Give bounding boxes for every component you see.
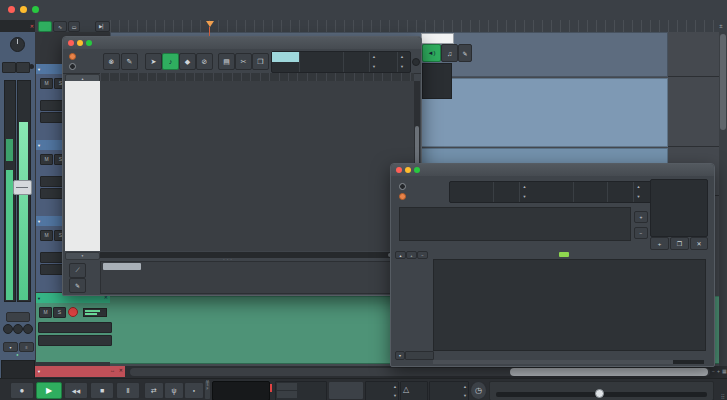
window-zoom-button[interactable] bbox=[414, 167, 420, 173]
window-close-button[interactable] bbox=[68, 40, 74, 46]
copy-button[interactable]: ❐ bbox=[252, 53, 269, 70]
main-vscrollbar[interactable] bbox=[719, 32, 727, 366]
clear-button[interactable]: ⊗ bbox=[103, 53, 120, 70]
note-length-value[interactable] bbox=[300, 62, 344, 72]
grid-view-icon[interactable]: ▦ bbox=[722, 368, 727, 374]
solo-button[interactable] bbox=[16, 62, 30, 73]
paste-button[interactable]: ▤ bbox=[218, 53, 235, 70]
remove-pattern-slot-button[interactable]: − bbox=[634, 227, 648, 239]
remove-row-button[interactable]: − bbox=[417, 251, 428, 259]
add-pattern-slot-button[interactable]: + bbox=[634, 211, 648, 223]
metronome-icon[interactable]: △ bbox=[403, 385, 409, 394]
transpose-down-arrow[interactable]: ▼ bbox=[463, 393, 467, 398]
velocity-down-arrow[interactable]: ▼ bbox=[370, 62, 378, 72]
collapse-arrow-icon[interactable]: ▼ bbox=[37, 219, 41, 224]
velocity-value[interactable] bbox=[344, 62, 370, 72]
playlist-radio[interactable] bbox=[399, 183, 406, 190]
zoom-in-icon[interactable]: + bbox=[717, 368, 720, 374]
bpm-value[interactable] bbox=[608, 192, 634, 202]
bpm-up-arrow[interactable]: ▲ bbox=[393, 384, 397, 389]
grid-value[interactable] bbox=[272, 62, 300, 72]
part-header[interactable] bbox=[378, 52, 398, 62]
cut-button[interactable]: ✂ bbox=[235, 53, 252, 70]
velocity-pencil-tool[interactable]: ✎ bbox=[69, 278, 86, 293]
hscroll-thumb[interactable] bbox=[510, 368, 708, 376]
mute-tool-button[interactable]: ⊘ bbox=[196, 53, 213, 70]
loop-button[interactable]: ⇄ bbox=[144, 382, 164, 399]
rec-dot[interactable] bbox=[29, 64, 34, 69]
window-titlebar[interactable] bbox=[63, 37, 421, 49]
scale-label[interactable] bbox=[405, 351, 434, 360]
transpose-up-arrow[interactable]: ▲ bbox=[463, 384, 467, 389]
send-knob-2[interactable] bbox=[13, 324, 23, 334]
octave-up-button[interactable]: ▴ bbox=[395, 251, 406, 259]
time-format-indicator[interactable]: MSF bbox=[205, 381, 210, 399]
midi-instrument-box[interactable] bbox=[38, 335, 112, 346]
song-radio[interactable] bbox=[69, 53, 76, 60]
steps-up-arrow[interactable]: ▲ bbox=[520, 182, 529, 192]
steps-down-arrow[interactable]: ▼ bbox=[520, 192, 529, 202]
main-hscrollbar[interactable] bbox=[130, 368, 710, 376]
bpm-down-arrow[interactable]: ▼ bbox=[393, 393, 397, 398]
bpm-down-arrow[interactable]: ▼ bbox=[634, 192, 643, 202]
resize-grip-icon[interactable]: ⠿ bbox=[721, 393, 725, 400]
pause-button[interactable]: Ⅱ bbox=[116, 382, 140, 399]
window-minimize-button[interactable] bbox=[77, 40, 83, 46]
part-up-arrow[interactable]: ▲ bbox=[398, 52, 406, 62]
pattern-value[interactable] bbox=[450, 192, 494, 202]
bpm-up-arrow[interactable]: ▲ bbox=[634, 182, 643, 192]
duplicate-pattern-button[interactable]: ❐ bbox=[670, 237, 689, 250]
track-header[interactable]: ▼ ↔ ✕ bbox=[35, 366, 125, 377]
velocity-ramp-tool[interactable]: ⟋ bbox=[69, 263, 86, 278]
speed-slider-thumb[interactable] bbox=[595, 389, 604, 398]
record-arm-button[interactable] bbox=[68, 307, 78, 317]
count-in-button[interactable]: ● bbox=[184, 382, 204, 399]
diamond-tool-button[interactable]: ◆ bbox=[179, 53, 196, 70]
mute-button[interactable]: M bbox=[39, 307, 52, 318]
step-grid[interactable] bbox=[433, 259, 706, 351]
note-tool-button[interactable]: ♪ bbox=[162, 53, 179, 70]
pattern-timeline[interactable] bbox=[399, 207, 631, 241]
part-radio[interactable] bbox=[69, 63, 76, 70]
record-button[interactable]: ● bbox=[10, 382, 34, 399]
select-tool-button[interactable]: ➤ bbox=[145, 53, 162, 70]
scale-collapse-button[interactable]: ▾ bbox=[395, 351, 405, 360]
window-minimize-button[interactable] bbox=[405, 167, 411, 173]
mute-button[interactable]: M bbox=[40, 154, 53, 165]
note-length-header[interactable] bbox=[300, 52, 344, 62]
toolbar-knob[interactable] bbox=[412, 58, 420, 66]
eq-button[interactable] bbox=[6, 312, 30, 322]
step-length-value[interactable] bbox=[529, 192, 574, 202]
velocity-header[interactable] bbox=[344, 52, 370, 62]
pan-knob[interactable] bbox=[10, 37, 25, 52]
add-row-button[interactable]: + bbox=[406, 251, 417, 259]
collapse-arrow-icon[interactable]: ▼ bbox=[37, 369, 41, 374]
compressor-label[interactable]: ● bbox=[0, 353, 35, 357]
solo-button[interactable]: S bbox=[53, 307, 66, 318]
clock-button[interactable]: ◷ bbox=[470, 381, 487, 400]
velocity-lane[interactable] bbox=[100, 261, 416, 294]
vscroll-thumb[interactable] bbox=[720, 34, 726, 130]
mute-button[interactable]: M bbox=[40, 78, 53, 89]
window-titlebar[interactable] bbox=[391, 164, 714, 176]
close-icon[interactable]: ✕ bbox=[30, 23, 34, 29]
track-value[interactable] bbox=[574, 192, 608, 202]
vscroll-thumb[interactable] bbox=[415, 126, 419, 166]
fx-button[interactable] bbox=[38, 21, 52, 32]
monitor-midi-button[interactable]: ◄) bbox=[422, 44, 441, 62]
playhead-marker[interactable] bbox=[206, 21, 214, 27]
note-grid[interactable] bbox=[100, 81, 414, 251]
piano-roll-hscrollbar[interactable] bbox=[100, 252, 414, 258]
hscroll-thumb[interactable] bbox=[433, 360, 673, 364]
play-button[interactable]: ▶ bbox=[36, 382, 62, 399]
clip-label-box[interactable] bbox=[421, 33, 454, 44]
midi-edit-button[interactable]: ✎ bbox=[458, 44, 472, 62]
window-close-button[interactable] bbox=[396, 167, 402, 173]
output-menu-button[interactable]: ▾ bbox=[3, 342, 18, 352]
stop-button[interactable]: ■ bbox=[90, 382, 114, 399]
collapse-arrow-icon[interactable]: ▼ bbox=[37, 67, 41, 72]
collapse-track-icon[interactable]: ▶▏ bbox=[95, 21, 110, 32]
grid-mode-button[interactable] bbox=[272, 52, 300, 62]
mute-button[interactable]: M bbox=[40, 230, 53, 241]
piano-keyboard[interactable] bbox=[65, 81, 100, 251]
